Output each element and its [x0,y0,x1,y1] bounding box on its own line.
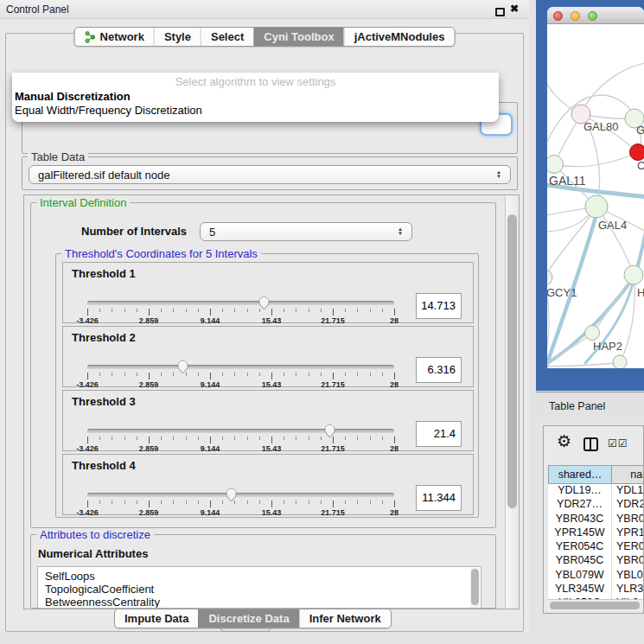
table-row[interactable]: YPR145WYPR1 [548,526,644,541]
checkbox-pair-icon[interactable]: ☑☑ [608,437,628,450]
mode-tab-impute-data[interactable]: Impute Data [115,609,198,628]
table-row[interactable]: YBL079WYBL0 [548,569,644,583]
slider-track[interactable] [87,429,394,433]
slider-tick [99,373,100,376]
slider-tick [124,437,125,440]
slider-tick [137,501,137,504]
table-row[interactable]: YBR043CYBR0 [548,513,644,527]
mode-tab-infer-network[interactable]: Infer Network [299,609,391,628]
slider-track[interactable] [87,365,394,369]
network-node-h[interactable] [624,265,643,284]
slider-tick [222,501,223,504]
column-header-shared-name[interactable]: shared… [548,465,612,484]
slider-tick [247,309,248,312]
slider-tick [112,373,112,376]
threshold-value-field[interactable]: 11.344 [416,485,462,511]
algorithm-option-equal-width[interactable]: Equal Width/Frequency Discretization [15,104,202,117]
attribute-item-betweennesscentrality[interactable]: BetweennessCentrality [38,596,481,609]
node-label-gal4: GAL4 [598,219,627,232]
slider-tick [370,501,371,504]
threshold-label: Threshold 3 [72,395,136,408]
network-canvas[interactable]: GAL80GACGAL11GAL4GCY1HHAP2 [547,24,644,368]
slider-tick [137,309,137,312]
network-edge [554,153,637,167]
cyni-mode-tabs: Impute DataDiscretize DataInfer Network [114,609,392,628]
slider-tick-label: -3.426 [76,508,99,517]
network-edge [581,62,644,113]
cell-shared-name: YLR345W [548,583,611,595]
table-row[interactable]: YDL19…YDL1 [548,484,644,499]
network-node-hap2[interactable] [585,326,600,341]
network-node-gcy1[interactable] [547,270,552,285]
slider-track[interactable] [87,301,394,305]
table-horizontal-scrollbar[interactable] [548,599,644,610]
stepper-icon[interactable]: ▲▼ [398,227,403,236]
threshold-value-field[interactable]: 21.4 [416,421,462,447]
network-node-gal4[interactable] [585,195,608,218]
table-row[interactable]: YER054CYER0 [548,540,644,555]
table-row[interactable]: YBR045CYBR0 [548,554,644,569]
slider-tick [345,501,346,504]
algorithm-popup-prompt: Select algorithm to view settings [12,75,499,88]
slider-tick [124,309,125,312]
node-label-c: C [637,159,644,172]
column-header-name[interactable]: name [611,465,644,484]
slider-thumb[interactable] [258,296,271,310]
close-icon[interactable]: ✖ [510,3,519,15]
slider-tick [234,373,235,376]
close-traffic-light-icon[interactable] [553,11,563,21]
network-node-c[interactable] [630,144,644,161]
network-node[interactable] [613,355,627,368]
algorithm-option-manual[interactable]: Manual Discretization [15,90,131,103]
slider-tick [137,373,137,376]
threshold-value-field[interactable]: 6.316 [416,357,462,383]
slider-tick [345,309,346,312]
mode-tab-discretize-data[interactable]: Discretize Data [198,609,298,628]
tab-cyni-toolbox-label: Cyni Toolbox [264,28,334,46]
settings-vertical-scrollbar[interactable] [505,195,519,609]
table-data-combo[interactable]: galFiltered.sif default node ▲▼ [29,165,511,184]
number-of-intervals-label: Number of Intervals [81,225,187,238]
slider-tick [173,501,174,504]
tab-jactivemnodules[interactable]: jActiveMNodules [344,28,455,46]
cell-name: YDR2 [616,498,644,510]
slider-track[interactable] [87,493,394,497]
slider-tick-label: 15.43 [262,380,282,389]
slider-tick [198,437,199,440]
table-panel: ⚙ ☑☑ shared… name YDL19…YDL1YDR27…YDR2YB… [543,425,644,614]
slider-tick [394,373,395,379]
table-row[interactable]: YLR345WYLR3 [548,583,644,597]
tab-style[interactable]: Style [154,28,201,46]
slider-tick [357,501,358,504]
slider-tick [124,373,125,376]
application: Control Panel ✖ Discretization Algorithm… [0,0,644,644]
gear-icon[interactable]: ⚙ [557,431,571,451]
slider-tick [259,373,260,376]
column-layout-icon[interactable] [583,437,598,451]
zoom-traffic-light-icon[interactable] [588,11,597,21]
slider-thumb[interactable] [323,424,336,438]
slider-tick [173,437,174,440]
slider-tick [87,501,88,507]
attribute-item-selfloops[interactable]: SelfLoops [38,567,481,583]
tab-network[interactable]: Network [75,28,154,46]
tab-select[interactable]: Select [201,28,253,46]
table-row[interactable]: YDR27…YDR2 [548,498,644,513]
stepper-icon[interactable]: ▲▼ [496,170,501,179]
slider-tick [284,373,284,376]
attribute-item-topologicalcoefficient[interactable]: TopologicalCoefficient [38,583,481,596]
slider-thumb[interactable] [225,488,238,502]
attributes-list-scrollbar[interactable] [470,568,480,608]
slider-tick [247,437,248,440]
slider-tick [284,501,284,504]
threshold-value-field[interactable]: 14.713 [416,293,462,319]
network-icon [85,31,96,43]
network-node-gal11[interactable] [547,156,564,174]
slider-tick [296,309,296,312]
slider-tick [210,309,211,316]
number-of-intervals-combo[interactable]: 5 ▲▼ [200,222,412,241]
float-window-icon[interactable] [495,8,505,16]
minimize-traffic-light-icon[interactable] [571,11,580,21]
tab-cyni-toolbox[interactable]: Cyni Toolbox [253,28,343,46]
slider-thumb[interactable] [176,360,189,374]
